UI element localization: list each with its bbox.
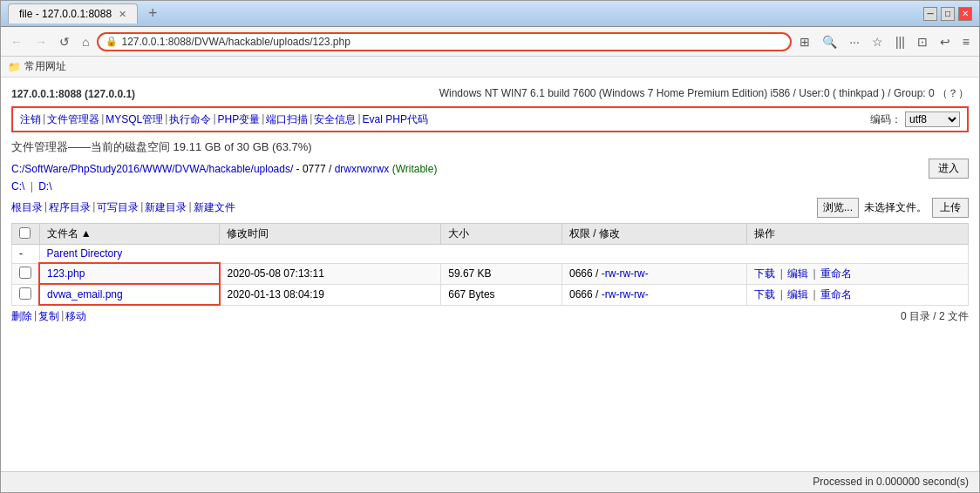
file-perms-cell: 0666 / -rw-rw-rw-	[562, 284, 747, 305]
file-download-action[interactable]: 下载	[754, 267, 775, 280]
search-nav-button[interactable]: 🔍	[818, 33, 841, 51]
no-file-label: 未选择文件。	[864, 200, 927, 215]
browser-tab[interactable]: file - 127.0.0.1:8088 ✕	[8, 3, 138, 24]
undo-button[interactable]: ↩	[936, 33, 955, 51]
file-actions-cell: 下载 | 编辑 | 重命名	[747, 284, 969, 305]
table-header-row: 文件名 ▲ 修改时间 大小 权限 / 修改 操作	[12, 224, 969, 245]
tab-close-button[interactable]: ✕	[119, 9, 126, 20]
menu-eval-php[interactable]: Eval PHP代码	[363, 112, 428, 127]
forward-button[interactable]: →	[31, 33, 51, 51]
bottom-delete[interactable]: 删除	[11, 309, 32, 324]
server-info-bar: 127.0.0.1:8088 (127.0.0.1) Windows NT WI…	[11, 84, 969, 103]
address-bar[interactable]: 🔒 127.0.0.1:8088/DVWA/hackable/uploads/1…	[97, 32, 792, 51]
encoding-label: 编码：	[870, 112, 902, 127]
fm-bottom-actions: 删除 | 复制 | 移动 0 目录 / 2 文件	[11, 306, 969, 328]
titlebar: file - 127.0.0.1:8088 ✕ + ─ □ ✕	[1, 1, 979, 27]
file-perms-text[interactable]: -rw-rw-rw-	[602, 288, 649, 301]
file-rename-action[interactable]: 重命名	[820, 288, 852, 301]
fm-path-perms: - 0777 /	[296, 163, 335, 175]
file-perms-text[interactable]: -rw-rw-rw-	[602, 267, 649, 280]
fm-path-info: C:/SoftWare/PhpStudy2016/WWW/DVWA/hackab…	[11, 163, 437, 175]
file-checkbox-cell	[12, 284, 40, 305]
home-button[interactable]: ⌂	[78, 33, 93, 51]
perms-sep: /	[595, 288, 602, 301]
maximize-button[interactable]: □	[941, 7, 955, 21]
file-rename-action[interactable]: 重命名	[820, 267, 852, 280]
refresh-button[interactable]: ↺	[55, 33, 74, 51]
close-button[interactable]: ✕	[958, 7, 972, 21]
file-edit-action[interactable]: 编辑	[787, 267, 808, 280]
table-row: dvwa_email.png 2020-01-13 08:04:19 667 B…	[12, 284, 969, 305]
select-all-checkbox[interactable]	[19, 227, 31, 239]
file-checkbox[interactable]	[19, 267, 31, 279]
file-checkbox[interactable]	[19, 287, 31, 300]
file-modified-cell: 2020-05-08 07:13:11	[220, 263, 441, 284]
bottom-move[interactable]: 移动	[65, 309, 86, 324]
nav-writable-dir[interactable]: 可写目录	[97, 200, 139, 215]
menu-logout[interactable]: 注销	[20, 112, 41, 127]
fm-path-owner[interactable]: drwxrwxrwx	[335, 163, 390, 175]
file-table: 文件名 ▲ 修改时间 大小 权限 / 修改 操作 - Parent Direct…	[11, 223, 969, 306]
file-size-cell: 667 Bytes	[441, 284, 562, 305]
address-text: 127.0.0.1:8088/DVWA/hackable/uploads/123…	[121, 36, 783, 48]
file-perms-num: 0666	[569, 267, 593, 280]
navigation-bar: ← → ↺ ⌂ 🔒 127.0.0.1:8088/DVWA/hackable/u…	[1, 27, 979, 57]
col-size-header: 大小	[441, 224, 562, 245]
bookmark-folder-icon: 📁	[8, 61, 21, 73]
menu-php-vars[interactable]: PHP变量	[218, 112, 261, 127]
menu-exec-cmd[interactable]: 执行命令	[169, 112, 211, 127]
file-link[interactable]: 123.php	[47, 267, 85, 280]
fm-writable: (Writable)	[392, 163, 438, 175]
server-os-info: Windows NT WIN7 6.1 build 7600 (Windows …	[439, 86, 969, 101]
table-row: - Parent Directory	[12, 245, 969, 264]
favorites-button[interactable]: ☆	[868, 33, 888, 51]
file-link[interactable]: dvwa_email.png	[47, 288, 123, 301]
file-size-cell: 59.67 KB	[441, 263, 562, 284]
menu-security-info[interactable]: 安全信息	[314, 112, 356, 127]
col-filename-header[interactable]: 文件名 ▲	[39, 224, 220, 245]
menu-file-manager[interactable]: 文件管理器	[47, 112, 99, 127]
nav-program-dir[interactable]: 程序目录	[49, 200, 91, 215]
nav-new-file[interactable]: 新建文件	[194, 200, 235, 215]
col-perms-header: 权限 / 修改	[562, 224, 747, 245]
extensions-button[interactable]: ⊞	[795, 33, 814, 51]
fm-drives: C:\ | D:\	[11, 180, 969, 192]
file-download-action[interactable]: 下载	[754, 288, 775, 301]
new-tab-button[interactable]: +	[145, 4, 161, 23]
tab-label: file - 127.0.0.1:8088	[19, 8, 112, 20]
browse-button[interactable]: 浏览...	[817, 198, 859, 218]
browser-menu-button[interactable]: ≡	[958, 33, 974, 51]
drive-c[interactable]: C:\	[11, 180, 24, 192]
nav-root-dir[interactable]: 根目录	[11, 200, 43, 215]
parent-dir-cell: Parent Directory	[39, 245, 969, 264]
fm-path-link[interactable]: C:/SoftWare/PhpStudy2016/WWW/DVWA/hackab…	[11, 163, 293, 175]
table-row: 123.php 2020-05-08 07:13:11 59.67 KB 066…	[12, 263, 969, 284]
fm-nav-links: 根目录 | 程序目录 | 可写目录 | 新建目录 | 新建文件	[11, 200, 235, 215]
file-edit-action[interactable]: 编辑	[787, 288, 808, 301]
drive-d[interactable]: D:\	[38, 180, 51, 192]
file-name-cell: 123.php	[39, 263, 220, 284]
nav-new-dir[interactable]: 新建目录	[145, 200, 187, 215]
path-row: C:/SoftWare/PhpStudy2016/WWW/DVWA/hackab…	[11, 159, 969, 179]
file-manager: 文件管理器——当前的磁盘空间 19.11 GB of 30 GB (63.7%)…	[11, 136, 969, 331]
menu-mysql[interactable]: MYSQL管理	[105, 112, 163, 127]
fm-bottom-links: 删除 | 复制 | 移动	[11, 309, 86, 324]
bookmarks-label[interactable]: 常用网址	[24, 59, 66, 74]
menu-port-scan[interactable]: 端口扫描	[266, 112, 308, 127]
more-button[interactable]: ···	[845, 33, 864, 51]
enter-button[interactable]: 进入	[929, 159, 969, 179]
minimize-button[interactable]: ─	[923, 7, 937, 21]
perms-sep: /	[595, 267, 602, 280]
upload-button[interactable]: 上传	[932, 198, 969, 218]
tab-overview-button[interactable]: ⊡	[913, 33, 932, 51]
bottom-copy[interactable]: 复制	[38, 309, 59, 324]
parent-dir-link[interactable]: Parent Directory	[47, 247, 123, 260]
encoding-select[interactable]: utf8 gbk gb2312	[905, 111, 960, 127]
reading-list-button[interactable]: |||	[891, 33, 909, 51]
file-checkbox-cell	[12, 263, 40, 284]
fm-upload-section: 浏览... 未选择文件。 上传	[817, 198, 969, 218]
back-button[interactable]: ←	[6, 33, 27, 51]
bookmarks-bar: 📁 常用网址	[1, 57, 979, 78]
file-perms-cell: 0666 / -rw-rw-rw-	[562, 263, 747, 284]
footer: Processed in 0.000000 second(s)	[1, 471, 979, 492]
